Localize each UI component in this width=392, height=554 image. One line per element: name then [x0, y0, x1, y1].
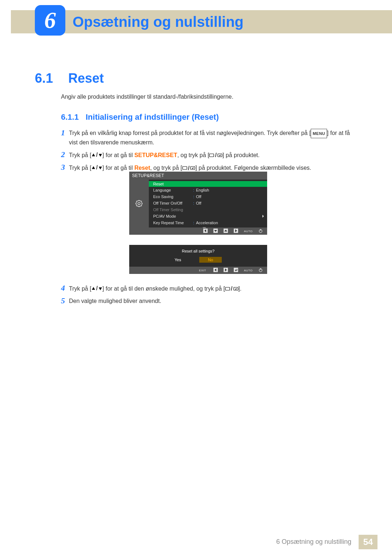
confirm-question: Reset all settings?	[182, 249, 215, 253]
step-2: 2 Tryk på [/] for at gå til SETUP&RESET,…	[61, 151, 355, 160]
step-5: 5 Den valgte mulighed bliver anvendt.	[61, 297, 351, 305]
step-1: 1 Tryk på en vilkårlig knap forrest på p…	[61, 129, 355, 147]
source-enter-icon: /	[225, 284, 238, 293]
osd-title: SETUP&RESET	[129, 172, 267, 180]
svg-marker-38	[99, 287, 102, 290]
osd-confirm-button-row: EXIT AUTO	[129, 267, 267, 274]
page-number: 54	[363, 537, 373, 547]
step-number: 2	[61, 151, 69, 160]
svg-marker-18	[262, 215, 264, 218]
step-body: Tryk på [/] for at gå til Reset, og tryk…	[69, 163, 311, 172]
svg-line-14	[136, 201, 137, 202]
label: Language	[153, 188, 193, 192]
subsection-title: Initialisering af indstillinger (Reset)	[86, 112, 219, 122]
confirm-options: Yes No	[175, 257, 222, 263]
svg-marker-19	[203, 227, 206, 229]
steps-list-continued: 4 Tryk på [/] for at gå til den ønskede …	[61, 284, 351, 309]
osd-setup-reset: SETUP&RESET Reset Language : English Eco	[129, 172, 267, 235]
svg-rect-39	[225, 287, 230, 290]
label: Off Timer On/Off	[153, 201, 193, 205]
step-body: Tryk på [/] for at gå til den ønskede mu…	[69, 284, 241, 293]
page-number-badge: 54	[359, 535, 377, 549]
colon: :	[193, 201, 196, 205]
nav-right-icon[interactable]	[234, 229, 238, 234]
svg-marker-4	[92, 166, 95, 169]
gear-icon	[129, 180, 149, 227]
menu-button-icon: MENU	[311, 129, 327, 138]
yes-option[interactable]: Yes	[175, 258, 181, 262]
text: , og tryk på [	[150, 165, 182, 171]
nav-up-icon[interactable]	[224, 229, 228, 234]
nav-right-icon[interactable]	[224, 268, 228, 273]
osd-row-off-timer-onoff[interactable]: Off Timer On/Off : Off	[149, 200, 267, 206]
footer-text: 6 Opsætning og nulstilling	[276, 538, 351, 546]
nav-left-icon[interactable]	[213, 268, 218, 273]
text: , og tryk på [	[177, 152, 209, 158]
osd-menu-list: Reset Language : English Eco Saving : Of…	[149, 180, 267, 227]
colon: :	[193, 221, 196, 225]
step-number: 3	[61, 163, 69, 172]
text: ] for at gå til	[102, 165, 134, 171]
osd-row-eco-saving[interactable]: Eco Saving : Off	[149, 193, 267, 200]
osd-row-reset[interactable]: Reset	[149, 181, 267, 187]
label: Off Timer Setting	[153, 208, 193, 212]
value: Acceleration	[196, 221, 218, 225]
steps-list: 1 Tryk på en vilkårlig knap forrest på p…	[61, 129, 355, 176]
power-icon[interactable]	[258, 229, 263, 234]
osd-row-language[interactable]: Language : English	[149, 187, 267, 193]
value: English	[196, 188, 209, 192]
chapter-title: Opsætning og nulstilling	[73, 14, 244, 30]
power-icon[interactable]	[258, 268, 263, 273]
svg-rect-34	[234, 268, 238, 272]
section-number: 6.1	[35, 71, 53, 86]
source-enter-icon: /	[209, 151, 222, 160]
text: Den valgte mulighed bliver anvendt.	[69, 298, 161, 304]
colon: :	[193, 188, 196, 192]
text: ] for at gå til	[102, 152, 134, 158]
enter-icon[interactable]	[234, 268, 238, 273]
page: 6 Opsætning og nulstilling 6.1 Reset Ang…	[0, 0, 392, 554]
text: Tryk på [	[69, 286, 91, 292]
svg-marker-5	[99, 167, 102, 169]
text: ] på produktet.	[222, 152, 260, 158]
exit-button[interactable]: EXIT	[199, 269, 206, 272]
osd-body: Reset Language : English Eco Saving : Of…	[129, 180, 267, 227]
text: Tryk på [	[69, 152, 91, 158]
text: ].	[238, 286, 242, 292]
up-down-arrow-icon: /	[91, 284, 102, 293]
label: Key Repeat Time	[153, 221, 193, 225]
intro-text: Angiv alle produktets indstillinger til …	[61, 94, 351, 100]
no-option[interactable]: No	[199, 257, 222, 263]
osd-button-row: AUTO	[129, 227, 267, 235]
svg-rect-6	[183, 167, 187, 169]
svg-line-16	[141, 201, 142, 202]
svg-marker-0	[92, 153, 95, 156]
auto-button[interactable]: AUTO	[244, 230, 253, 233]
chapter-badge: 6	[35, 5, 65, 36]
svg-marker-37	[92, 287, 95, 290]
svg-line-17	[136, 206, 137, 206]
text: Tryk på en vilkårlig knap forrest på pro…	[69, 130, 311, 136]
nav-down-icon[interactable]	[213, 229, 218, 234]
osd-row-key-repeat-time[interactable]: Key Repeat Time : Acceleration	[149, 219, 267, 226]
step-number: 5	[61, 297, 69, 305]
step-body: Tryk på en vilkårlig knap forrest på pro…	[69, 129, 355, 147]
text: ] for at gå til den ønskede mulighed, og…	[102, 286, 225, 292]
step-body: Tryk på [/] for at gå til SETUP&RESET, o…	[69, 151, 260, 160]
step-number: 4	[61, 284, 69, 293]
osd-group: SETUP&RESET Reset Language : English Eco	[129, 172, 267, 274]
chevron-right-icon	[262, 214, 264, 218]
osd-row-pc-av-mode[interactable]: PC/AV Mode	[149, 213, 267, 219]
step-body: Den valgte mulighed bliver anvendt.	[69, 297, 161, 305]
value: Off	[196, 201, 201, 205]
text: ] på produktet. Følgende skærmbillede vi…	[195, 165, 311, 171]
osd-reset-confirm: Reset all settings? Yes No EXIT AUTO	[129, 245, 267, 274]
step-number: 1	[61, 129, 69, 147]
section-title: Reset	[68, 71, 104, 86]
svg-marker-1	[99, 154, 102, 157]
label: Eco Saving	[153, 194, 193, 199]
up-down-arrow-icon: /	[91, 151, 102, 159]
osd-row-off-timer-setting: Off Timer Setting	[149, 206, 267, 213]
auto-button[interactable]: AUTO	[244, 269, 253, 272]
colon: :	[193, 194, 196, 199]
